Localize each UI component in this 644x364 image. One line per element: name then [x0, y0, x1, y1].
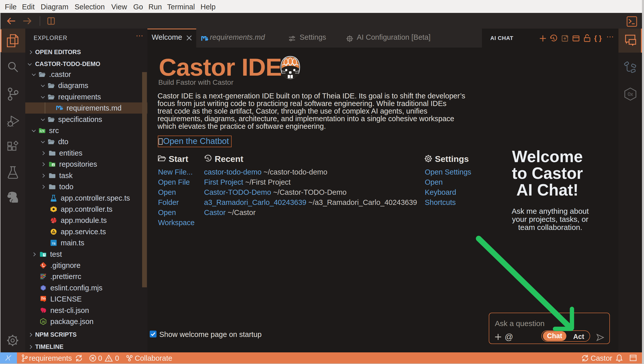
svg-text:TS: TS	[52, 242, 55, 245]
svg-text:0x: 0x	[628, 91, 633, 97]
svg-text:JS: JS	[41, 320, 45, 323]
